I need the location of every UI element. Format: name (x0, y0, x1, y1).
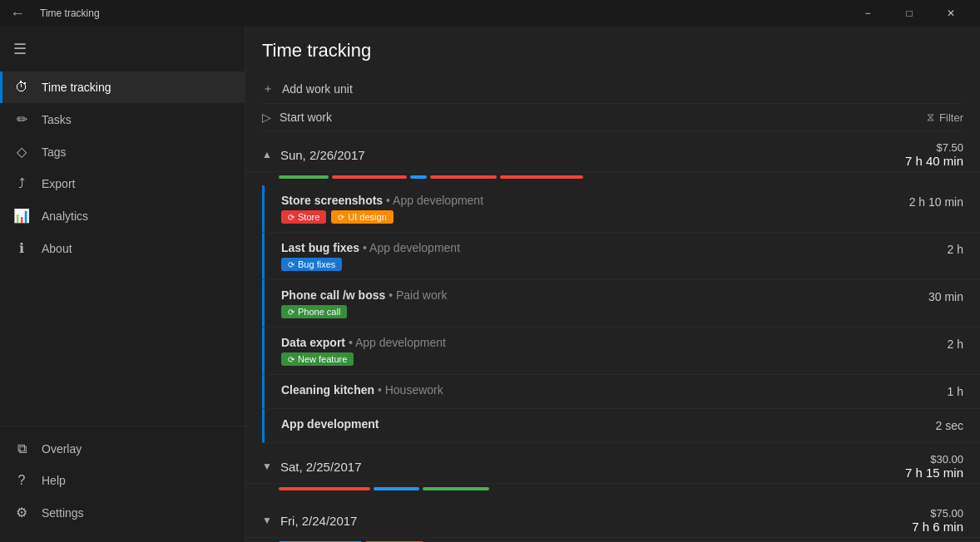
sidebar-item-label: Time tracking (42, 81, 111, 94)
time-entry[interactable]: App development2 sec (262, 409, 980, 443)
day-bars (262, 484, 980, 497)
day-bars (262, 172, 980, 185)
day-header-fri-2-24[interactable]: ▼ Fri, 2/24/2017 $75.00 7 h 6 min (245, 497, 980, 538)
tag[interactable]: ⟳Bug fixes (281, 258, 342, 271)
chevron-icon: ▲ (262, 149, 272, 160)
entry-content: App development (281, 417, 923, 434)
sidebar-item-tags[interactable]: ◇ Tags (0, 136, 245, 168)
tag[interactable]: ⟳New feature (281, 352, 354, 366)
time-entry[interactable]: Data export • App development⟳New featur… (262, 328, 980, 375)
play-icon: ▷ (262, 111, 271, 124)
titlebar-controls: − □ ✕ (849, 0, 970, 27)
sidebar-item-help[interactable]: ? Help (0, 465, 245, 496)
close-button[interactable]: ✕ (932, 0, 970, 27)
sidebar-item-overlay[interactable]: ⧉ Overlay (0, 433, 245, 465)
time-bar (423, 487, 489, 490)
entry-title: Store screenshots • App development (281, 194, 896, 207)
day-header-right: $7.50 7 h 40 min (905, 141, 963, 168)
day-group-fri-2-24: ▼ Fri, 2/24/2017 $75.00 7 h 6 min (245, 497, 980, 542)
time-entry[interactable]: Store screenshots • App development⟳Stor… (262, 185, 980, 233)
entry-title: Last bug fixes • App development (281, 241, 934, 254)
entry-title: Cleaning kitchen • Housework (281, 383, 934, 397)
tag[interactable]: ⟳Phone call (281, 305, 347, 318)
tags-icon: ◇ (13, 144, 30, 160)
sidebar-item-about[interactable]: ℹ About (0, 232, 245, 264)
sidebar-item-tasks[interactable]: ✏ Tasks (0, 103, 245, 136)
tag-icon: ⟳ (288, 355, 294, 364)
sidebar-item-analytics[interactable]: 📊 Analytics (0, 200, 245, 232)
day-header-title: Sun, 2/26/2017 (280, 148, 365, 162)
add-icon: ＋ (262, 81, 274, 96)
content-header: Time tracking ＋ Add work unit ▷ Start wo… (245, 27, 980, 131)
tag[interactable]: ⟳UI design (331, 210, 393, 224)
entry-content: Data export • App development⟳New featur… (281, 336, 934, 366)
entry-time: 30 min (915, 288, 963, 303)
export-icon: ⤴ (13, 176, 30, 191)
back-icon[interactable]: ← (10, 5, 25, 22)
minimize-button[interactable]: − (849, 0, 887, 27)
entry-content: Phone call /w boss • Paid work⟳Phone cal… (281, 288, 915, 318)
tasks-icon: ✏ (13, 111, 30, 127)
day-header-right: $75.00 7 h 6 min (912, 507, 963, 534)
day-bars (262, 538, 980, 542)
time-bar (410, 175, 427, 179)
day-total-time: 7 h 6 min (912, 520, 963, 534)
main-container: ☰ ⏱ Time tracking ✏ Tasks ◇ Tags ⤴ Expor… (0, 27, 980, 542)
filter-label: Filter (939, 111, 963, 124)
day-total-money: $75.00 (912, 507, 963, 520)
day-header-title: Fri, 2/24/2017 (280, 514, 358, 528)
time-entry[interactable]: Cleaning kitchen • Housework1 h (262, 375, 980, 409)
action-bar: ＋ Add work unit ▷ Start work ⧖ Filter (262, 75, 963, 131)
entry-time: 1 h (934, 383, 963, 398)
sidebar-item-label: Tasks (42, 113, 72, 126)
overlay-icon: ⧉ (13, 441, 30, 456)
analytics-icon: 📊 (13, 208, 30, 224)
time-bar (430, 175, 497, 179)
sidebar-item-label: Export (42, 177, 75, 190)
hamburger-icon[interactable]: ☰ (13, 40, 27, 58)
day-group-sat-2-25: ▼ Sat, 2/25/2017 $30.00 7 h 15 min (245, 443, 980, 497)
entries-scroll-area[interactable]: ▲ Sun, 2/26/2017 $7.50 7 h 40 min Store … (245, 131, 980, 542)
day-total-money: $7.50 (905, 141, 963, 154)
sidebar-item-label: Analytics (42, 209, 88, 223)
time-tracking-icon: ⏱ (13, 80, 30, 95)
start-work-button[interactable]: ▷ Start work ⧖ Filter (262, 104, 963, 131)
tag-icon: ⟳ (338, 213, 344, 222)
day-header-title: Sat, 2/25/2017 (280, 460, 362, 474)
day-total-time: 7 h 15 min (905, 466, 963, 480)
day-total-money: $30.00 (905, 453, 963, 466)
sidebar-item-settings[interactable]: ⚙ Settings (0, 496, 245, 529)
sidebar-item-label: Help (42, 474, 66, 487)
time-entry[interactable]: Last bug fixes • App development⟳Bug fix… (262, 233, 980, 280)
titlebar-title: Time tracking (40, 7, 100, 19)
sidebar-item-export[interactable]: ⤴ Export (0, 168, 245, 200)
sidebar: ☰ ⏱ Time tracking ✏ Tasks ◇ Tags ⤴ Expor… (0, 27, 245, 542)
tag-icon: ⟳ (288, 260, 294, 269)
time-bar (279, 487, 370, 490)
content-area: Time tracking ＋ Add work unit ▷ Start wo… (245, 27, 980, 542)
add-work-unit-button[interactable]: ＋ Add work unit (262, 75, 963, 104)
day-header-sat-2-25[interactable]: ▼ Sat, 2/25/2017 $30.00 7 h 15 min (245, 443, 980, 484)
maximize-button[interactable]: □ (890, 0, 928, 27)
sidebar-item-time-tracking[interactable]: ⏱ Time tracking (0, 71, 245, 103)
day-header-sun-2-26[interactable]: ▲ Sun, 2/26/2017 $7.50 7 h 40 min (245, 131, 980, 172)
entry-time: 2 sec (923, 417, 963, 432)
time-entry[interactable]: Phone call /w boss • Paid work⟳Phone cal… (262, 280, 980, 328)
page-title: Time tracking (262, 40, 963, 62)
sidebar-item-label: About (42, 242, 72, 255)
tag[interactable]: ⟳Store (281, 210, 326, 224)
help-icon: ? (13, 473, 30, 488)
entry-tags: ⟳Store⟳UI design (281, 210, 896, 224)
entry-title: Phone call /w boss • Paid work (281, 288, 915, 302)
chevron-icon: ▼ (262, 515, 272, 526)
filter-icon: ⧖ (927, 111, 934, 124)
filter-button[interactable]: ⧖ Filter (927, 111, 963, 124)
tag-icon: ⟳ (288, 308, 294, 317)
entry-content: Last bug fixes • App development⟳Bug fix… (281, 241, 934, 271)
entry-content: Store screenshots • App development⟳Stor… (281, 194, 896, 224)
sidebar-item-label: Overlay (42, 442, 82, 456)
add-work-label: Add work unit (282, 82, 353, 96)
time-bar (332, 175, 407, 179)
entry-tags: ⟳Phone call (281, 305, 915, 318)
entry-time: 2 h (934, 241, 963, 256)
